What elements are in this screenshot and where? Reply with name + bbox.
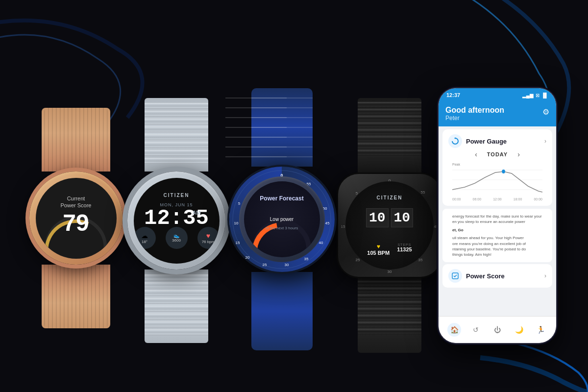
band-link — [145, 119, 208, 124]
band-link — [145, 274, 208, 280]
watch2-steps: 3600 — [172, 238, 181, 243]
nav-item-activity[interactable]: ↺ — [469, 323, 483, 337]
power-score-title: Power Score — [466, 272, 505, 280]
phone-message2: ull steam ahead for you. Your high Power… — [447, 233, 547, 259]
watch3-sub-label: In the next 3 hours — [244, 226, 320, 230]
chart-time-axis: 00:00 06:00 12:00 18:00 00:00 — [448, 197, 546, 201]
svg-text:45: 45 — [325, 221, 330, 225]
time-label-0: 00:00 — [452, 197, 461, 201]
nav-item-sleep[interactable]: 🌙 — [512, 323, 526, 337]
svg-text:15: 15 — [341, 224, 345, 229]
black-band-link — [358, 129, 421, 135]
watch3: 0 55 50 45 40 35 30 25 20 15 10 5 — [225, 88, 338, 382]
power-score-title-row: Power Score — [448, 269, 505, 283]
watch2-band-top — [145, 98, 208, 172]
watch1-case: Current Power Score 79 — [29, 172, 122, 265]
band-link — [145, 321, 208, 327]
watch2-weather-widget: ☁ 18° — [134, 227, 156, 249]
svg-text:40: 40 — [319, 241, 323, 245]
gear-icon[interactable]: ⚙ — [542, 107, 549, 117]
watch1-text: Current Power Score 79 — [61, 195, 92, 235]
watch2-widgets: ☁ 18° 👟 3600 ♥ 76 bpm — [134, 227, 220, 249]
phone-content: Power Gauge › ‹ TODAY › — [439, 126, 556, 316]
watch1-face: Current Power Score 79 — [36, 178, 117, 259]
band-link — [145, 134, 208, 140]
watch3-bezel: 0 55 50 45 40 35 30 25 20 15 10 5 — [229, 167, 335, 272]
watch2: CITIZEN MON, JUN 15 12:35 AM ☁ 18° 👟 — [122, 98, 230, 382]
time-label-1: 06:00 — [473, 197, 482, 201]
power-gauge-icon — [448, 134, 462, 148]
black-band-link — [358, 281, 421, 286]
band-link — [145, 126, 208, 132]
phone-status-bar: 12:37 ▂▄▆ ⊠ ▐▌ — [439, 88, 556, 102]
watch4: 0 55 45 35 30 25 15 5 CITIZEN 10 10 — [333, 98, 446, 382]
watch4-digital: 10 10 — [366, 208, 413, 227]
power-score-chevron: › — [544, 272, 546, 279]
heart-icon: ♥ — [377, 243, 380, 250]
power-gauge-card[interactable]: Power Gauge › ‹ TODAY › — [442, 129, 552, 206]
power-score-card-header: Power Score › — [448, 269, 546, 283]
card-title-row: Power Gauge — [448, 134, 507, 148]
band-link — [145, 282, 208, 288]
activity-icon: ↺ — [469, 323, 483, 337]
power-score-card[interactable]: Power Score › — [442, 264, 552, 288]
watch4-steps-label: STEPS — [397, 243, 411, 246]
band-link — [145, 111, 208, 117]
watch2-temp: 18° — [142, 240, 147, 244]
black-band-link — [358, 322, 421, 327]
svg-text:55: 55 — [421, 190, 425, 195]
nav-item-power[interactable]: ⏻ — [490, 323, 504, 337]
watch3-face: Power Forecast Low power In the next 3 h… — [244, 181, 320, 257]
black-band-link — [358, 315, 421, 320]
prev-arrow[interactable]: ‹ — [475, 150, 477, 158]
phone-greeting: Good afternoon — [445, 106, 504, 115]
today-label: TODAY — [487, 151, 508, 157]
band-link — [145, 150, 208, 156]
watch4-stats: ♥ 105 BPM STEPS 11325 — [367, 243, 412, 256]
svg-text:15: 15 — [236, 241, 240, 245]
watch3-wrapper: 0 55 50 45 40 35 30 25 20 15 10 5 — [225, 88, 338, 382]
watch4-bpm: 105 BPM — [367, 250, 390, 256]
watch4-band-bottom — [358, 277, 421, 353]
svg-text:5: 5 — [238, 201, 241, 206]
watch3-title: Power Forecast — [260, 195, 303, 202]
svg-text:25: 25 — [263, 263, 267, 267]
watch3-band-bottom — [251, 272, 313, 350]
black-band-link — [358, 122, 421, 128]
watch1-band-bottom — [42, 265, 110, 328]
band-link — [145, 329, 208, 335]
nav-item-home[interactable]: 🏠 — [447, 323, 461, 337]
watch3-gauge-label: Low power — [244, 217, 320, 222]
next-arrow[interactable]: › — [517, 150, 520, 158]
band-link — [145, 142, 208, 148]
watch2-wrapper: CITIZEN MON, JUN 15 12:35 AM ☁ 18° 👟 — [122, 98, 230, 382]
watch4-face: CITIZEN 10 10 ♥ 105 BPM STEPS — [345, 181, 434, 270]
watch4-steps: 11325 — [397, 246, 412, 252]
watch1-current-label: Current — [61, 195, 92, 202]
black-band-link — [358, 109, 421, 114]
black-band-link — [358, 102, 421, 107]
watch1: Current Power Score 79 — [22, 108, 130, 382]
svg-text:35: 35 — [304, 257, 309, 261]
chevron-right-icon: › — [544, 138, 546, 145]
watch4-band-top — [358, 98, 421, 174]
power-gauge-card-header: Power Gauge › — [448, 134, 546, 148]
time-label-4: 00:00 — [534, 197, 542, 201]
black-band-link — [358, 136, 421, 142]
nav-item-fitness[interactable]: 🏃 — [534, 323, 547, 337]
watch2-face: CITIZEN MON, JUN 15 12:35 AM ☁ 18° 👟 — [134, 178, 220, 264]
svg-text:20: 20 — [245, 255, 250, 260]
steps-icon: 👟 — [173, 233, 179, 238]
power-gauge-title: Power Gauge — [466, 138, 507, 145]
battery-icon: ▐▌ — [541, 93, 548, 98]
today-nav: ‹ TODAY › — [448, 148, 546, 161]
black-band-link — [358, 294, 421, 300]
watch4-digit2: 10 — [391, 208, 414, 227]
band-link — [145, 298, 208, 304]
main-container: Current Power Score 79 — [0, 0, 588, 392]
black-band-link — [358, 301, 421, 307]
wifi-icon: ⊠ — [536, 93, 539, 98]
phone-header: Good afternoon Peter ⚙ — [439, 102, 556, 126]
band-link — [145, 314, 208, 319]
watch1-power-label: Power Score — [61, 202, 92, 209]
